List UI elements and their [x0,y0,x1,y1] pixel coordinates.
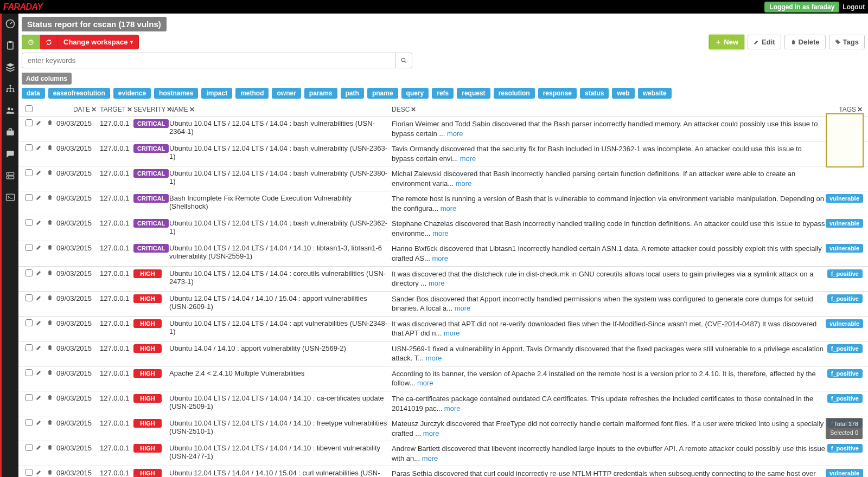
more-link[interactable]: more [429,279,445,287]
select-all-checkbox[interactable] [25,105,33,112]
edit-icon[interactable] [36,219,42,227]
pill-request[interactable]: request [457,88,490,99]
pill-response[interactable]: response [538,88,577,99]
edit-icon[interactable] [36,394,42,402]
trash-icon[interactable] [47,444,53,452]
trash-icon[interactable] [47,119,53,127]
row-checkbox[interactable] [25,244,33,251]
pill-query[interactable]: query [401,88,429,99]
logout-link[interactable]: Logout [843,3,865,11]
trash-icon[interactable] [47,219,53,227]
pill-owner[interactable]: owner [272,88,301,99]
pill-refs[interactable]: refs [432,88,454,99]
row-checkbox[interactable] [25,294,33,301]
pill-path[interactable]: path [341,88,364,99]
search-input[interactable] [22,53,396,68]
pill-pname[interactable]: pname [367,88,398,99]
reload-button[interactable] [40,35,58,49]
row-checkbox[interactable] [25,144,33,151]
edit-icon[interactable] [36,194,42,202]
edit-icon[interactable] [36,119,42,127]
sidebar-layers-icon[interactable] [4,61,16,73]
edit-icon[interactable] [36,319,42,327]
edit-icon[interactable] [36,369,42,377]
more-link[interactable]: more [441,204,457,212]
more-link[interactable]: more [432,229,449,237]
row-checkbox[interactable] [25,469,33,476]
more-link[interactable]: more [426,354,442,362]
sidebar-terminal-icon[interactable] [4,191,16,203]
pill-resolution[interactable]: resolution [494,88,535,99]
trash-icon[interactable] [47,294,53,302]
edit-icon[interactable] [36,344,42,352]
trash-icon[interactable] [47,194,53,202]
edit-icon[interactable] [36,469,42,477]
sidebar-briefcase-icon[interactable] [4,126,16,138]
tags-button[interactable]: Tags [829,35,865,49]
more-link[interactable]: more [423,429,439,437]
row-checkbox[interactable] [25,444,33,451]
delete-button[interactable]: Delete [784,35,826,49]
sidebar-sitemap-icon[interactable] [4,83,16,95]
trash-icon[interactable] [47,319,53,327]
row-checkbox[interactable] [25,394,33,401]
edit-icon[interactable] [36,294,42,302]
row-checkbox[interactable] [25,369,33,376]
sidebar-users-icon[interactable] [4,105,16,117]
sidebar-dashboard-icon[interactable] [4,18,16,30]
edit-icon[interactable] [36,269,42,278]
pill-website[interactable]: website [638,88,672,99]
row-checkbox[interactable] [25,219,33,226]
search-button[interactable] [396,53,412,68]
pill-web[interactable]: web [612,88,634,99]
trash-icon[interactable] [47,394,53,402]
trash-icon[interactable] [47,269,53,278]
trash-icon[interactable] [47,369,53,377]
trash-icon[interactable] [47,469,53,477]
more-link[interactable]: more [432,254,448,262]
more-link[interactable]: more [422,454,438,462]
row-checkbox[interactable] [25,344,33,351]
row-checkbox[interactable] [25,119,33,126]
more-link[interactable]: more [444,404,461,412]
new-button[interactable]: New [709,35,744,49]
more-link[interactable]: more [460,154,476,163]
sidebar-server-icon[interactable] [4,170,16,182]
pill-easeofresolution[interactable]: easeofresolution [48,88,110,99]
pill-data[interactable]: data [22,88,45,99]
more-link[interactable]: more [417,379,433,387]
sidebar-clipboard-icon[interactable] [4,40,16,51]
pill-evidence[interactable]: evidence [113,88,151,99]
row-checkbox[interactable] [25,319,33,326]
more-link[interactable]: more [456,179,472,188]
trash-icon[interactable] [47,144,53,152]
trash-icon[interactable] [47,419,53,427]
refresh-button[interactable] [22,35,40,49]
row-checkbox[interactable] [25,269,33,276]
pill-params[interactable]: params [304,88,337,99]
row-checkbox[interactable] [25,194,33,201]
pill-impact[interactable]: impact [201,88,232,99]
more-link[interactable]: more [455,304,471,312]
edit-icon[interactable] [36,419,42,427]
trash-icon[interactable] [47,244,53,252]
edit-button[interactable]: Edit [748,35,781,49]
add-columns-button[interactable]: Add columns [22,73,72,85]
pill-status[interactable]: status [580,88,609,99]
row-checkbox[interactable] [25,419,33,426]
pill-hostnames[interactable]: hostnames [154,88,198,99]
edit-icon[interactable] [36,444,42,452]
trash-icon[interactable] [47,169,53,177]
pill-method[interactable]: method [235,88,269,99]
change-workspace-button[interactable]: Change workspace ▾ [58,35,139,49]
trash-icon[interactable] [47,344,53,352]
edit-icon[interactable] [36,169,42,177]
more-link[interactable]: more [447,130,463,138]
row-checkbox[interactable] [25,169,33,176]
sidebar-chat-icon[interactable] [4,148,16,160]
more-link[interactable]: more [444,329,460,337]
main: Status report for cscan (178 vulns) Chan… [18,14,868,477]
edit-icon[interactable] [36,244,42,252]
severity-badge: HIGH [133,369,162,378]
edit-icon[interactable] [36,144,42,152]
